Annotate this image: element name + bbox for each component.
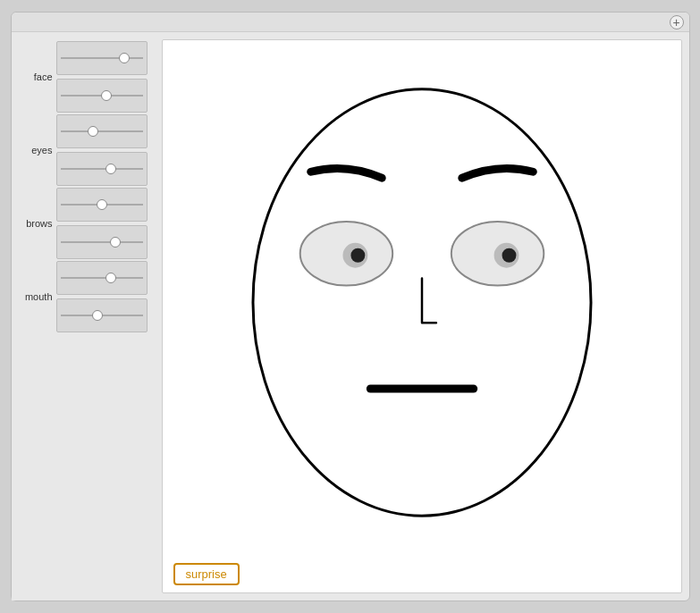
face-label: face xyxy=(19,71,53,82)
brows-thumb-1[interactable] xyxy=(97,199,107,210)
brows-label: brows xyxy=(19,218,53,229)
mouth-slider-2[interactable] xyxy=(56,298,148,332)
slider-group-face: face xyxy=(19,41,148,113)
brows-slider-1[interactable] xyxy=(56,188,148,222)
mouth-thumb-2[interactable] xyxy=(92,310,103,321)
svg-point-3 xyxy=(350,248,365,263)
mouth-label: mouth xyxy=(19,291,53,302)
eyes-thumb-1[interactable] xyxy=(88,126,98,137)
face-svg xyxy=(163,40,681,556)
brows-thumb-2[interactable] xyxy=(110,237,121,248)
mouth-thumb-1[interactable] xyxy=(105,273,116,283)
title-bar: + xyxy=(12,13,689,32)
eyes-thumb-2[interactable] xyxy=(105,164,116,174)
face-slider-2[interactable] xyxy=(56,79,148,113)
mouth-sliders xyxy=(56,261,148,332)
sidebar: face eyes xyxy=(12,32,155,600)
eyes-track-2 xyxy=(61,168,143,170)
main-content: face eyes xyxy=(12,32,689,600)
slider-group-mouth: mouth xyxy=(19,261,148,332)
app-window: + face eyes xyxy=(11,12,690,601)
eyes-slider-1[interactable] xyxy=(56,114,148,148)
mouth-slider-1[interactable] xyxy=(56,261,148,295)
eyes-track-1 xyxy=(61,130,143,132)
face-thumb-1[interactable] xyxy=(119,53,130,63)
eyes-sliders xyxy=(56,114,148,186)
brows-sliders xyxy=(56,188,148,259)
eyes-label: eyes xyxy=(19,145,53,155)
mouth-track-1 xyxy=(61,277,143,279)
canvas-area: surprise xyxy=(162,39,682,593)
brows-slider-2[interactable] xyxy=(56,225,148,259)
eyes-slider-2[interactable] xyxy=(56,152,148,186)
add-button[interactable]: + xyxy=(670,15,684,29)
face-slider-1[interactable] xyxy=(56,41,148,75)
slider-group-brows: brows xyxy=(19,188,148,259)
face-sliders xyxy=(56,41,148,113)
surprise-button[interactable]: surprise xyxy=(173,563,240,585)
brows-track-2 xyxy=(61,241,143,243)
face-thumb-2[interactable] xyxy=(101,90,112,101)
svg-point-6 xyxy=(502,248,516,263)
face-track-1 xyxy=(61,57,143,59)
bottom-bar: surprise xyxy=(163,556,681,592)
slider-group-eyes: eyes xyxy=(19,114,148,186)
